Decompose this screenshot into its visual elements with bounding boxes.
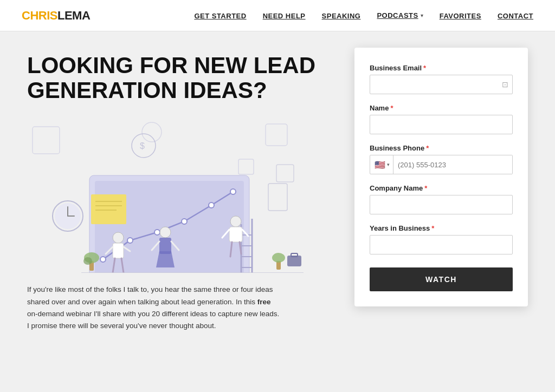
business-email-input[interactable]	[370, 75, 513, 94]
nav-speaking[interactable]: SPEAKING	[322, 12, 361, 20]
flag-dropdown[interactable]: 🇺🇸 ▾	[370, 155, 393, 174]
field-name: Name*	[370, 104, 513, 134]
nav-contact[interactable]: CONTACT	[498, 12, 533, 20]
main-nav: CHRISLEMA GET STARTED NEED HELP SPEAKING…	[0, 0, 555, 31]
left-column: LOOKING FOR NEW LEAD GENERATION IDEAS? $	[27, 53, 333, 332]
phone-input-wrapper: 🇺🇸 ▾	[370, 155, 513, 174]
nav-links: GET STARTED NEED HELP SPEAKING PODCASTS …	[194, 11, 533, 21]
chevron-down-icon: ▾	[387, 162, 390, 167]
svg-rect-18	[91, 194, 126, 224]
chevron-down-icon: ▾	[421, 12, 423, 18]
years-in-business-input[interactable]	[370, 235, 513, 254]
business-phone-input[interactable]	[393, 155, 512, 174]
label-business-email: Business Email*	[370, 64, 513, 72]
svg-point-41	[113, 232, 124, 243]
svg-point-17	[230, 189, 236, 194]
svg-point-51	[272, 253, 285, 263]
watch-button[interactable]: WATCH	[370, 267, 513, 291]
label-company-name: Company Name*	[370, 184, 513, 192]
svg-point-13	[127, 238, 133, 243]
label-name: Name*	[370, 104, 513, 112]
required-star-phone: *	[426, 144, 429, 152]
svg-point-36	[160, 227, 171, 238]
logo-lema: LEMA	[57, 9, 90, 22]
svg-point-15	[182, 219, 187, 224]
svg-rect-22	[268, 184, 287, 211]
name-input[interactable]	[370, 115, 513, 134]
site-logo[interactable]: CHRISLEMA	[22, 9, 90, 23]
field-business-email: Business Email* ⊡	[370, 64, 513, 94]
nav-get-started[interactable]: GET STARTED	[194, 12, 246, 20]
svg-rect-0	[33, 127, 60, 154]
svg-point-14	[154, 230, 160, 235]
svg-rect-1	[266, 124, 287, 146]
svg-point-49	[83, 257, 92, 265]
nav-favorites[interactable]: FAVORITES	[440, 12, 481, 20]
email-input-wrapper: ⊡	[370, 75, 513, 94]
required-star: *	[423, 64, 426, 72]
form-card: Business Email* ⊡ Name* Business Phone* …	[354, 48, 528, 306]
hero-illustration: $	[27, 116, 309, 273]
svg-point-12	[100, 257, 106, 262]
field-years-in-business: Years in Business*	[370, 224, 513, 254]
svg-marker-38	[156, 251, 175, 267]
field-company-name: Company Name*	[370, 184, 513, 214]
svg-point-16	[209, 202, 214, 208]
logo-chris: CHRIS	[22, 9, 57, 22]
page-headline: LOOKING FOR NEW LEAD GENERATION IDEAS?	[27, 53, 333, 103]
label-business-phone: Business Phone*	[370, 144, 513, 152]
required-star-name: *	[390, 104, 393, 112]
svg-point-3	[142, 122, 162, 142]
svg-rect-2	[238, 159, 254, 174]
company-name-input[interactable]	[370, 195, 513, 214]
nav-need-help[interactable]: NEED HELP	[263, 12, 306, 20]
svg-rect-53	[291, 253, 298, 257]
svg-rect-23	[276, 165, 294, 182]
field-business-phone: Business Phone* 🇺🇸 ▾	[370, 144, 513, 174]
flag-us-icon: 🇺🇸	[375, 160, 385, 170]
svg-rect-42	[113, 243, 124, 258]
required-star-company: *	[424, 184, 427, 192]
svg-rect-31	[229, 227, 242, 242]
svg-text:$: $	[140, 141, 145, 151]
page-wrapper: LOOKING FOR NEW LEAD GENERATION IDEAS? $	[0, 31, 555, 392]
email-icon: ⊡	[502, 80, 508, 89]
svg-point-30	[230, 216, 241, 227]
required-star-years: *	[431, 224, 434, 232]
nav-podcasts[interactable]: PODCASTS	[377, 11, 418, 19]
hero-body-text: If you're like most of the folks I talk …	[27, 284, 282, 332]
label-years-in-business: Years in Business*	[370, 224, 513, 232]
